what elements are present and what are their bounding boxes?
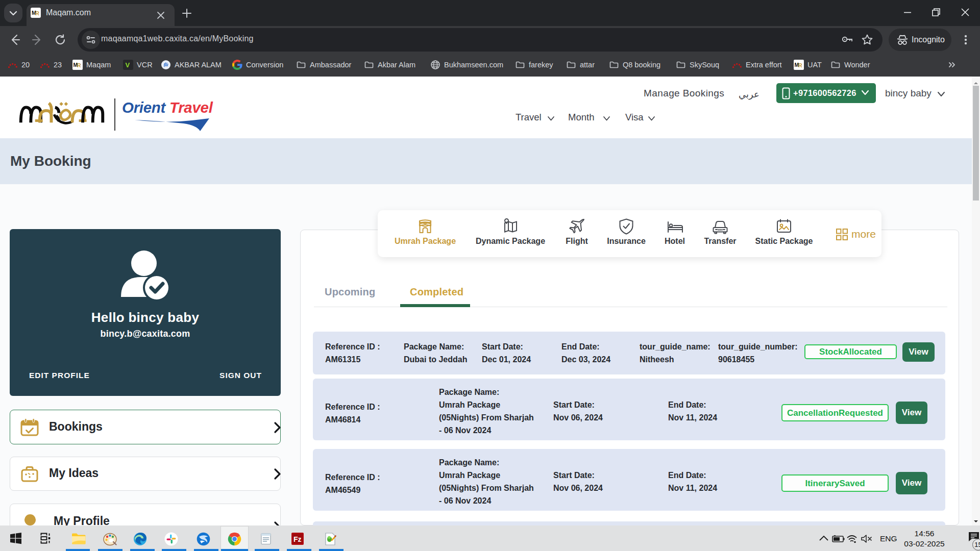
- svg-text:V: V: [126, 61, 130, 69]
- svg-text:R: R: [798, 62, 802, 68]
- svg-text:Fz: Fz: [293, 535, 302, 543]
- svg-text:R: R: [77, 62, 81, 68]
- svg-text:R: R: [35, 10, 39, 16]
